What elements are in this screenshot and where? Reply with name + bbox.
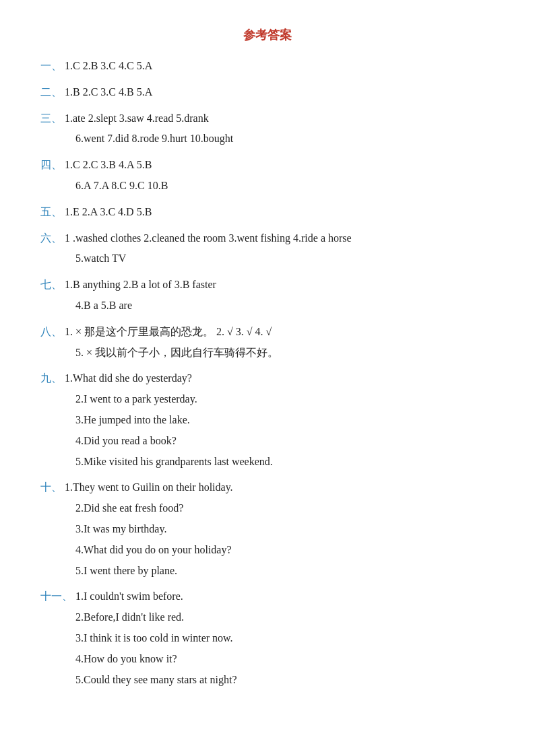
section-content: 3.It was my birthday.: [75, 520, 166, 539]
section-row: 六、1 .washed clothes 2.cleaned the room 3…: [40, 229, 495, 248]
section-content: 2.Before,I didn't like red.: [75, 608, 184, 627]
section-content: 3.He jumped into the lake.: [75, 411, 190, 430]
section-content: 4.Did you read a book?: [75, 432, 177, 451]
section-si: 四、1.C 2.C 3.B 4.A 5.B6.A 7.A 8.C 9.C 10.…: [40, 156, 495, 196]
section-row: 十、1.They went to Guilin on their holiday…: [40, 478, 495, 497]
section-content: 3.I think it is too cold in winter now.: [75, 629, 233, 648]
section-label-jiu: 九、: [40, 369, 62, 388]
section-row: 5.watch TV: [40, 249, 495, 269]
section-row: 七、1.B anything 2.B a lot of 3.B faster: [40, 275, 495, 295]
section-row: 2.I went to a park yesterday.: [40, 390, 495, 409]
section-label-wu: 五、: [40, 203, 62, 222]
section-ba: 八、1. × 那是这个厅里最高的恐龙。 2. √ 3. √ 4. √5. × 我…: [40, 322, 495, 363]
section-content: 1.What did she do yesterday?: [65, 369, 192, 388]
section-row: 一、1.C 2.B 3.C 4.C 5.A: [40, 57, 495, 76]
section-content: 6.went 7.did 8.rode 9.hurt 10.bought: [75, 129, 233, 149]
page-title: 参考答案: [40, 27, 495, 43]
section-content: 1.I couldn't swim before.: [75, 587, 183, 607]
section-content: 1.B 2.C 3.C 4.B 5.A: [65, 83, 152, 102]
section-row: 6.went 7.did 8.rode 9.hurt 10.bought: [40, 129, 495, 149]
section-row: 十一、1.I couldn't swim before.: [40, 587, 495, 607]
section-content: 1. × 那是这个厅里最高的恐龙。 2. √ 3. √ 4. √: [65, 322, 272, 342]
section-content: 5. × 我以前个子小，因此自行车骑得不好。: [75, 343, 278, 363]
section-row: 5.I went there by plane.: [40, 561, 495, 581]
section-row: 6.A 7.A 8.C 9.C 10.B: [40, 176, 495, 196]
section-row: 四、1.C 2.C 3.B 4.A 5.B: [40, 156, 495, 175]
section-row: 3.I think it is too cold in winter now.: [40, 629, 495, 648]
section-row: 4.How do you know it?: [40, 650, 495, 669]
section-label-si: 四、: [40, 156, 62, 175]
section-content: 1.ate 2.slept 3.saw 4.read 5.drank: [65, 109, 209, 129]
section-label-er: 二、: [40, 83, 62, 102]
section-label-qi: 七、: [40, 275, 62, 295]
section-liu: 六、1 .washed clothes 2.cleaned the room 3…: [40, 229, 495, 269]
section-shi: 十、1.They went to Guilin on their holiday…: [40, 478, 495, 580]
section-content: 2.I went to a park yesterday.: [75, 390, 197, 409]
section-row: 八、1. × 那是这个厅里最高的恐龙。 2. √ 3. √ 4. √: [40, 322, 495, 342]
section-content: 1.E 2.A 3.C 4.D 5.B: [65, 203, 152, 222]
section-row: 2.Did she eat fresh food?: [40, 499, 495, 518]
section-san: 三、1.ate 2.slept 3.saw 4.read 5.drank6.we…: [40, 109, 495, 149]
section-content: 4.B a 5.B are: [75, 296, 132, 316]
section-content: 6.A 7.A 8.C 9.C 10.B: [75, 176, 168, 196]
section-content: 1.C 2.B 3.C 4.C 5.A: [65, 57, 152, 76]
section-row: 二、1.B 2.C 3.C 4.B 5.A: [40, 83, 495, 102]
section-wu: 五、1.E 2.A 3.C 4.D 5.B: [40, 203, 495, 222]
section-label-liu: 六、: [40, 229, 62, 248]
section-row: 4.Did you read a book?: [40, 432, 495, 451]
section-content: 5.Mike visited his grandparents last wee…: [75, 452, 273, 472]
section-label-yi: 一、: [40, 57, 62, 76]
section-shiyi: 十一、1.I couldn't swim before.2.Before,I d…: [40, 587, 495, 689]
section-row: 2.Before,I didn't like red.: [40, 608, 495, 627]
section-row: 5. × 我以前个子小，因此自行车骑得不好。: [40, 343, 495, 363]
section-row: 九、1.What did she do yesterday?: [40, 369, 495, 388]
section-qi: 七、1.B anything 2.B a lot of 3.B faster4.…: [40, 275, 495, 316]
section-row: 4.What did you do on your holiday?: [40, 541, 495, 560]
section-content: 2.Did she eat fresh food?: [75, 499, 183, 518]
section-row: 五、1.E 2.A 3.C 4.D 5.B: [40, 203, 495, 222]
section-er: 二、1.B 2.C 3.C 4.B 5.A: [40, 83, 495, 102]
section-label-ba: 八、: [40, 322, 62, 342]
section-row: 4.B a 5.B are: [40, 296, 495, 316]
section-content: 5.watch TV: [75, 249, 126, 269]
section-row: 3.He jumped into the lake.: [40, 411, 495, 430]
section-row: 三、1.ate 2.slept 3.saw 4.read 5.drank: [40, 109, 495, 129]
section-jiu: 九、1.What did she do yesterday?2.I went t…: [40, 369, 495, 471]
section-label-shiyi: 十一、: [40, 587, 73, 607]
section-content: 4.How do you know it?: [75, 650, 177, 669]
section-content: 1.B anything 2.B a lot of 3.B faster: [65, 275, 216, 295]
section-label-shi: 十、: [40, 478, 62, 497]
section-row: 3.It was my birthday.: [40, 520, 495, 539]
section-content: 1 .washed clothes 2.cleaned the room 3.w…: [65, 229, 352, 248]
section-content: 5.I went there by plane.: [75, 561, 177, 581]
section-content: 4.What did you do on your holiday?: [75, 541, 232, 560]
section-content: 5.Could they see many stars at night?: [75, 671, 237, 690]
section-row: 5.Could they see many stars at night?: [40, 671, 495, 690]
section-content: 1.They went to Guilin on their holiday.: [65, 478, 233, 497]
section-yi: 一、1.C 2.B 3.C 4.C 5.A: [40, 57, 495, 76]
section-content: 1.C 2.C 3.B 4.A 5.B: [65, 156, 152, 175]
section-row: 5.Mike visited his grandparents last wee…: [40, 452, 495, 472]
section-label-san: 三、: [40, 109, 62, 129]
